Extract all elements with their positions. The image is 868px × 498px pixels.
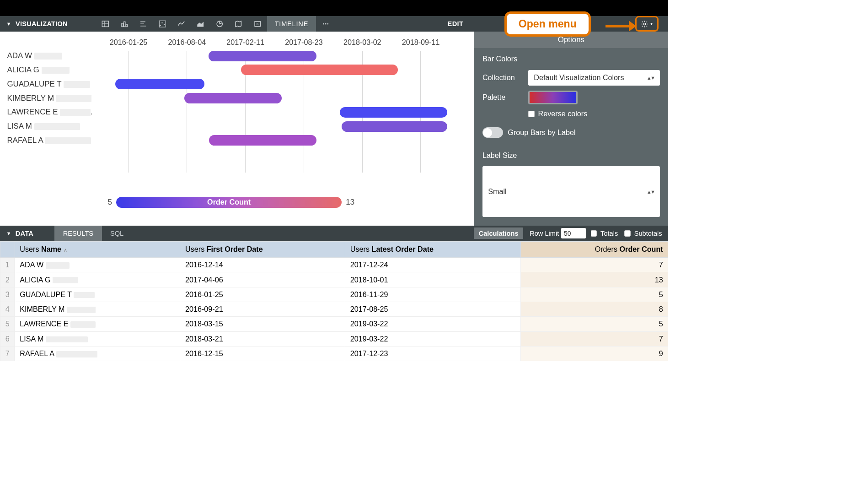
label-size-select[interactable]: Small ▲▼ — [482, 166, 660, 217]
timeline-bar[interactable] — [209, 135, 316, 146]
timeline-row: ADA W — [0, 49, 474, 63]
select-chevron-icon: ▲▼ — [647, 75, 654, 81]
svg-point-9 — [160, 25, 161, 26]
map-viz-icon[interactable] — [229, 16, 248, 32]
column-header[interactable]: Users Name∧ — [15, 241, 180, 257]
cell-latest-order: 2018-10-01 — [345, 272, 521, 287]
calculations-button[interactable]: Calculations — [474, 227, 523, 239]
cell-order-count: 5 — [521, 287, 668, 302]
data-collapse-caret[interactable]: ▼ — [6, 231, 11, 236]
timeline-row: RAFAEL A — [0, 134, 474, 148]
viz-settings-gear-button[interactable]: ▼ — [635, 16, 659, 32]
palette-swatch[interactable] — [528, 91, 578, 105]
svg-rect-5 — [126, 24, 127, 27]
x-axis-tick-labels: 2016-01-252016-08-042017-02-112017-08-23… — [99, 38, 474, 47]
column-header[interactable]: Orders Order Count — [521, 241, 668, 257]
x-tick: 2018-03-02 — [333, 38, 391, 47]
bar-viz-icon[interactable] — [115, 16, 134, 32]
table-row: 6LISA M 2018-03-212019-03-227 — [0, 331, 668, 346]
hbar-viz-icon[interactable] — [134, 16, 153, 32]
more-viz-icon[interactable] — [316, 16, 335, 32]
cell-name: ALICIA G — [15, 272, 180, 287]
svg-rect-4 — [123, 22, 125, 27]
caret-down-icon: ▼ — [650, 22, 654, 26]
cell-order-count: 8 — [521, 302, 668, 316]
timeline-bar[interactable] — [184, 93, 282, 103]
viz-type-toolbar: 6 TIMELINE — [96, 16, 335, 32]
collection-select[interactable]: Default Visualization Colors ▲▼ — [528, 70, 660, 86]
group-bars-label: Group Bars by Label — [508, 128, 575, 137]
cell-latest-order: 2019-03-22 — [345, 317, 521, 331]
visualization-title: VISUALIZATION — [16, 20, 68, 27]
totals-checkbox[interactable] — [591, 230, 597, 237]
single-value-viz-icon[interactable]: 6 — [248, 16, 267, 32]
column-header[interactable]: Users Latest Order Date — [345, 241, 521, 257]
bar-colors-section-label: Bar Colors — [474, 48, 668, 65]
edit-panel-label: EDIT — [448, 20, 464, 27]
timeline-bar[interactable] — [115, 79, 204, 89]
subtotals-checkbox[interactable] — [624, 230, 631, 237]
cell-first-order: 2016-12-15 — [180, 346, 345, 361]
color-legend: 5 Order Count 13 — [108, 197, 355, 208]
column-header[interactable]: Users First Order Date — [180, 241, 345, 257]
label-size-value: Small — [488, 187, 506, 196]
collection-label: Collection — [482, 73, 528, 82]
table-row: 7RAFAEL A 2016-12-152017-12-239 — [0, 346, 668, 361]
group-bars-toggle[interactable] — [482, 127, 503, 138]
timeline-viz-tab[interactable]: TIMELINE — [267, 16, 316, 32]
svg-point-17 — [323, 23, 324, 25]
reverse-colors-label: Reverse colors — [538, 109, 588, 118]
cell-order-count: 5 — [521, 317, 668, 331]
x-tick: 2017-08-23 — [275, 38, 333, 47]
viz-collapse-caret[interactable]: ▼ — [6, 21, 11, 27]
row-label: LISA M — [0, 122, 99, 131]
tab-sql[interactable]: SQL — [102, 226, 132, 241]
pie-viz-icon[interactable] — [210, 16, 229, 32]
tab-results[interactable]: RESULTS — [54, 226, 102, 241]
scatter-viz-icon[interactable] — [153, 16, 172, 32]
row-label: LAWRENCE E . — [0, 108, 99, 117]
row-limit-input[interactable] — [561, 228, 586, 238]
x-tick: 2016-08-04 — [158, 38, 216, 47]
cell-latest-order: 2017-12-24 — [345, 258, 521, 272]
svg-rect-0 — [102, 21, 108, 27]
subtotals-label: Subtotals — [634, 230, 662, 237]
reverse-colors-checkbox[interactable] — [528, 111, 535, 117]
cell-name: GUADALUPE T — [15, 287, 180, 302]
svg-point-10 — [161, 22, 162, 23]
row-index: 1 — [0, 258, 15, 272]
row-label: ALICIA G — [0, 65, 99, 75]
timeline-bar[interactable] — [340, 107, 447, 118]
timeline-bar[interactable] — [209, 51, 316, 61]
svg-point-18 — [325, 23, 327, 25]
x-tick: 2016-01-25 — [99, 38, 158, 47]
totals-label: Totals — [600, 230, 618, 237]
cell-name: ADA W — [15, 258, 180, 272]
row-index: 2 — [0, 272, 15, 287]
legend-label: Order Count — [207, 198, 251, 206]
timeline-bar[interactable] — [342, 121, 447, 132]
cell-latest-order: 2016-11-29 — [345, 287, 521, 302]
cell-latest-order: 2017-08-25 — [345, 302, 521, 316]
cell-name: LAWRENCE E — [15, 317, 180, 331]
area-viz-icon[interactable] — [191, 16, 210, 32]
timeline-row: KIMBERLY M — [0, 91, 474, 105]
row-label: ADA W — [0, 51, 99, 60]
row-index: 3 — [0, 287, 15, 302]
line-viz-icon[interactable] — [172, 16, 191, 32]
cell-first-order: 2017-04-06 — [180, 272, 345, 287]
row-label: RAFAEL A — [0, 136, 99, 145]
x-tick: 2018-09-11 — [391, 38, 450, 47]
timeline-row: LISA M — [0, 119, 474, 134]
row-index: 6 — [0, 331, 15, 346]
x-tick: 2017-02-11 — [216, 38, 275, 47]
timeline-bar[interactable] — [241, 65, 397, 75]
svg-marker-13 — [197, 22, 204, 27]
svg-rect-12 — [159, 21, 166, 27]
callout-arrow-head — [629, 21, 636, 32]
table-row: 3GUADALUPE T 2016-01-252016-11-295 — [0, 287, 668, 302]
table-viz-icon[interactable] — [96, 16, 115, 32]
row-index: 5 — [0, 317, 15, 331]
cell-name: LISA M — [15, 331, 180, 346]
timeline-row: ALICIA G — [0, 63, 474, 77]
